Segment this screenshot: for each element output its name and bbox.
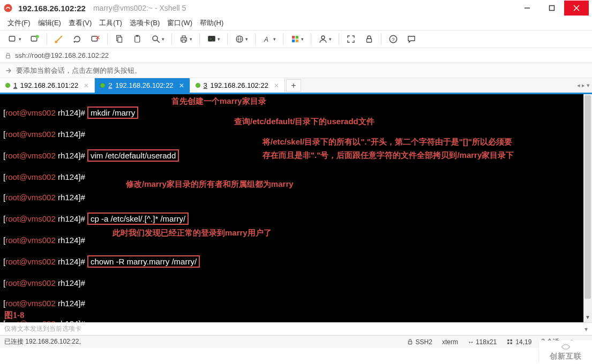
new-session-button[interactable]: ▾: [4, 32, 25, 46]
hint-bar: 要添加当前会话，点击左侧的箭头按钮。: [0, 63, 592, 78]
cmd-su: su - marry: [87, 319, 124, 322]
annotation-3b: 存在而且是非"."号，后面跟任意字符的文件全部拷贝到/marry家目录下: [263, 150, 514, 160]
send-bar[interactable]: 仅将文本发送到当前选项卡 ▾: [0, 322, 592, 335]
svg-rect-16: [135, 36, 140, 42]
svg-marker-10: [73, 41, 76, 43]
svg-rect-15: [118, 37, 122, 42]
menu-help[interactable]: 帮助(H): [200, 18, 223, 28]
status-pos: 14,19: [515, 338, 531, 346]
disconnect-button[interactable]: [87, 32, 104, 46]
tab-strip: 1 192.168.26.101:22 ✕ 2 192.168.26.102:2…: [0, 78, 592, 94]
watermark: 创新互联: [538, 340, 592, 363]
svg-rect-22: [182, 40, 185, 43]
help-button[interactable]: ?: [385, 32, 402, 46]
print-button[interactable]: ▾: [175, 32, 196, 46]
annotation-3a: 将/etc/skel/目录下的所有以"."开头，第二个字符由于是"[]"所以必须…: [263, 136, 512, 147]
minimize-button[interactable]: [515, 1, 539, 16]
send-bar-text: 仅将文本发送到当前选项卡: [4, 324, 81, 333]
font-button[interactable]: A▾: [259, 32, 280, 46]
terminal-button[interactable]: >_▾: [203, 32, 224, 46]
grid-icon: [506, 338, 513, 345]
copy-button[interactable]: [111, 32, 128, 46]
address-text: ssh://root@192.168.26.102:22: [15, 51, 109, 59]
svg-rect-37: [6, 55, 10, 58]
svg-rect-34: [367, 39, 372, 42]
status-proto: SSH2: [416, 338, 432, 346]
svg-rect-38: [408, 342, 412, 344]
menu-edit[interactable]: 编辑(E): [38, 18, 61, 28]
globe-button[interactable]: ▾: [231, 32, 252, 46]
hint-text: 要添加当前会话，点击左侧的箭头按钮。: [16, 66, 141, 75]
svg-point-0: [4, 4, 12, 12]
annotation-2: 查询/etc/default/目录下的useradd文件: [234, 116, 374, 126]
close-button[interactable]: [564, 1, 589, 16]
figure-label: 图1-8: [4, 310, 24, 320]
menu-window[interactable]: 窗口(W): [167, 18, 192, 28]
annotation-4: 修改/marry家目录的所有者和所属组都为marry: [126, 179, 294, 189]
svg-rect-31: [292, 40, 295, 42]
status-dot-icon: [5, 83, 10, 88]
status-size: 118x21: [476, 338, 497, 346]
svg-rect-29: [292, 36, 295, 39]
svg-rect-40: [511, 339, 512, 341]
svg-rect-41: [507, 343, 509, 344]
cmd-vim: vim /etc/default/useradd: [87, 149, 179, 162]
user-button[interactable]: ▾: [314, 32, 335, 46]
reconnect-button[interactable]: [69, 32, 86, 46]
search-button[interactable]: ▾: [147, 32, 168, 46]
lock-button[interactable]: [361, 32, 378, 46]
close-icon[interactable]: ✕: [179, 82, 184, 89]
svg-text:A: A: [264, 36, 268, 43]
title-ip: 192.168.26.102:22: [18, 4, 86, 13]
svg-rect-39: [507, 339, 509, 341]
menubar: 文件(F) 编辑(E) 查看(V) 工具(T) 选项卡(B) 窗口(W) 帮助(…: [0, 16, 592, 30]
send-bar-dropdown[interactable]: ▾: [584, 325, 588, 333]
svg-rect-2: [550, 6, 554, 11]
menu-tabs[interactable]: 选项卡(B): [130, 18, 160, 28]
tab-3[interactable]: 3 192.168.26.102:22 ✕: [190, 78, 285, 93]
cmd-chown: chown -R marry.marry /marry/: [87, 255, 200, 268]
svg-text:?: ?: [392, 36, 395, 42]
profile-button[interactable]: [50, 32, 68, 46]
color-button[interactable]: ▾: [287, 32, 308, 46]
status-connection: 已连接 192.168.26.102:22。: [4, 337, 85, 346]
new-window-button[interactable]: +: [26, 32, 43, 46]
svg-line-19: [157, 40, 160, 43]
terminal-scrollbar[interactable]: ▲ ▼: [583, 94, 592, 322]
lock-icon: [4, 52, 12, 59]
menu-file[interactable]: 文件(F): [8, 18, 31, 28]
annotation-5: 此时我们发现已经正常的登录到marry用户了: [113, 228, 272, 238]
close-icon[interactable]: ✕: [274, 82, 279, 89]
hint-arrow-icon[interactable]: [4, 66, 13, 75]
address-bar[interactable]: ssh://root@192.168.26.102:22: [0, 48, 592, 63]
status-dot-icon: [196, 83, 200, 88]
title-sub: marry@vms002:~ - Xshell 5: [93, 4, 186, 12]
svg-rect-21: [182, 36, 185, 38]
tab-1[interactable]: 1 192.168.26.101:22 ✕: [0, 78, 95, 93]
tab-nav[interactable]: ◂ ▸ ▾: [577, 78, 590, 93]
svg-point-18: [153, 36, 158, 41]
add-tab-button[interactable]: +: [286, 79, 301, 92]
paste-button[interactable]: [129, 32, 146, 46]
tab-2[interactable]: 2 192.168.26.102:22 ✕: [95, 78, 190, 93]
cmd-mkdir: mkdir /marry: [87, 107, 138, 119]
menu-tools[interactable]: 工具(T): [99, 18, 122, 28]
menu-view[interactable]: 查看(V): [69, 18, 92, 28]
status-dot-icon: [100, 83, 105, 88]
svg-rect-30: [296, 36, 298, 39]
svg-text:>_: >_: [209, 37, 214, 41]
svg-rect-42: [511, 343, 512, 344]
chat-button[interactable]: [403, 32, 420, 46]
status-bar: 已连接 192.168.26.102:22。 SSH2 xterm ↔ 118x…: [0, 335, 592, 348]
maximize-button[interactable]: [539, 1, 564, 16]
svg-rect-9: [55, 41, 58, 43]
svg-point-33: [321, 36, 325, 39]
svg-text:+: +: [36, 35, 38, 39]
close-icon[interactable]: ✕: [84, 82, 89, 89]
cmd-cp: cp -a /etc/skel/.[^.]* /marry/: [87, 213, 189, 225]
terminal[interactable]: [root@vms002 rh124]# mkdir /marry [root@…: [0, 94, 592, 322]
titlebar: 192.168.26.102:22 marry@vms002:~ - Xshel…: [0, 0, 592, 16]
svg-rect-32: [296, 40, 298, 42]
fullscreen-button[interactable]: [342, 32, 359, 46]
lock-icon: [407, 338, 414, 345]
